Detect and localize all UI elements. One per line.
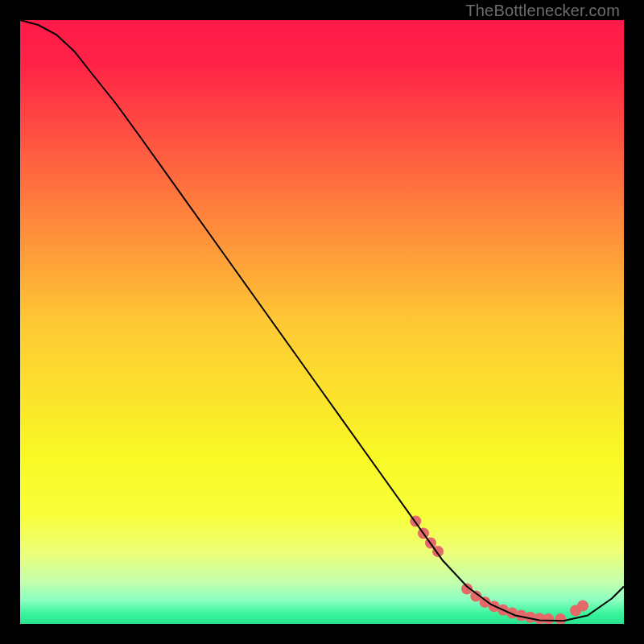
chart-background — [20, 20, 624, 624]
marker-dot — [577, 601, 588, 612]
chart-svg — [20, 20, 624, 624]
chart-frame — [20, 20, 624, 624]
watermark-text: TheBottlenecker.com — [465, 2, 620, 20]
